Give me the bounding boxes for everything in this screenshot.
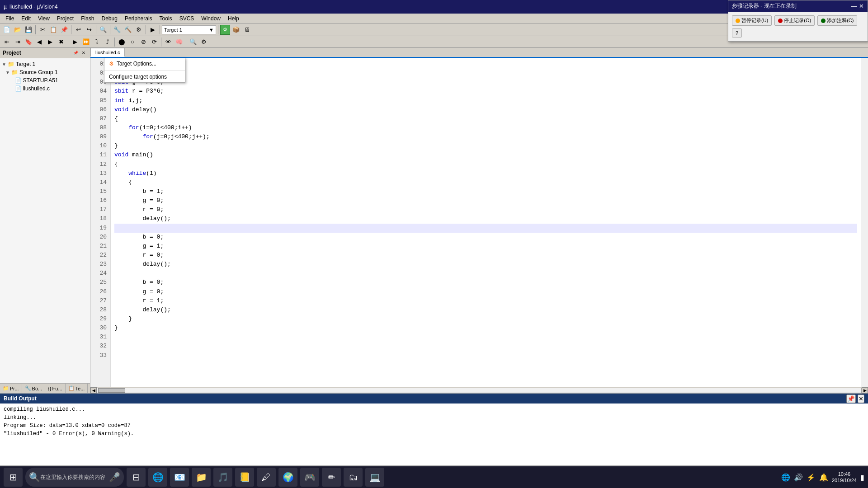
prev-bookmark-btn[interactable]: ◀ [34, 37, 44, 47]
app-ie[interactable]: 🌐 [148, 468, 167, 487]
breakpoint-btn[interactable]: ⬤ [117, 37, 127, 47]
compile-btn[interactable]: 🔧 [112, 25, 122, 35]
network-tray-icon[interactable]: 🌐 [781, 473, 790, 482]
app-browser2[interactable]: 🌍 [278, 468, 297, 487]
unindent-btn[interactable]: ⇥ [13, 37, 23, 47]
help-btn[interactable]: ? [732, 28, 742, 38]
clear-bookmark-btn[interactable]: ✖ [56, 37, 66, 47]
menu-project[interactable]: Project [53, 14, 77, 23]
recording-close-btn[interactable]: ✕ [859, 3, 864, 9]
clear-bp-btn[interactable]: ⊘ [138, 37, 148, 47]
target1-label: Target 1 [16, 61, 35, 67]
toolbar-sep-2 [71, 25, 71, 34]
project-panel-close-btn[interactable]: ✕ [80, 49, 87, 56]
tree-item-liushuiledc[interactable]: 📄 liushuiled.c [2, 84, 88, 93]
app-terminal[interactable]: 💻 [365, 468, 384, 487]
step-out-btn[interactable]: ⤴ [103, 37, 113, 47]
search-button[interactable]: 🔍 在这里输入你要搜索的内容 🎤 [25, 468, 124, 487]
build-btn[interactable]: 🔨 [123, 25, 133, 35]
menu-window[interactable]: Window [198, 14, 224, 23]
disable-bp-btn[interactable]: ○ [127, 37, 137, 47]
recording-minimize-btn[interactable]: — [851, 3, 857, 9]
menu-svcs[interactable]: SVCS [176, 14, 198, 23]
project-tab-icon: 📁 [3, 385, 9, 391]
copy-btn[interactable]: 📋 [48, 25, 58, 35]
sound-tray-icon[interactable]: 🔊 [794, 473, 803, 482]
run-btn[interactable]: ▶ [70, 37, 80, 47]
redo-btn[interactable]: ↪ [84, 25, 94, 35]
memory-btn[interactable]: 🧠 [174, 37, 184, 47]
new-file-btn[interactable]: 📄 [2, 25, 12, 35]
editor-tab-liushuiledc[interactable]: liushuiled.c [90, 48, 125, 57]
paste-btn[interactable]: 📌 [59, 25, 69, 35]
editor-scrollbar[interactable] [861, 58, 868, 387]
menu-peripherals[interactable]: Peripherals [121, 14, 156, 23]
notification-tray-icon[interactable]: 🔔 [819, 473, 828, 482]
menu-edit[interactable]: Edit [18, 14, 34, 23]
app-files[interactable]: 📁 [192, 468, 211, 487]
step-btn[interactable]: ⏩ [81, 37, 91, 47]
find-btn[interactable]: 🔍 [98, 25, 108, 35]
menu-debug[interactable]: Debug [98, 14, 121, 23]
show-next-btn[interactable]: ⟳ [149, 37, 159, 47]
tree-item-target1[interactable]: ▼ 📁 Target 1 [2, 60, 88, 68]
func-tab-label: Fu... [52, 386, 62, 391]
target-options-btn[interactable]: ⚙ [220, 25, 230, 35]
app-onenote[interactable]: 📒 [235, 468, 254, 487]
app-mail[interactable]: 📧 [170, 468, 189, 487]
menu-help[interactable]: Help [224, 14, 243, 23]
add-note-btn[interactable]: 添加注释(C) [817, 15, 857, 26]
rebuild-btn[interactable]: ⚙ [134, 25, 144, 35]
save-btn[interactable]: 💾 [24, 25, 33, 35]
app-sticky[interactable]: 🖊 [257, 468, 276, 487]
panel-tab-functions[interactable]: {} Fu... [45, 384, 65, 393]
debug-btn[interactable]: ▶ [148, 25, 158, 35]
panel-tab-project[interactable]: 📁 Pr... [0, 384, 22, 393]
next-bookmark-btn[interactable]: ▶ [45, 37, 55, 47]
undo-btn[interactable]: ↩ [73, 25, 83, 35]
project-panel-pin-btn[interactable]: 📌 [72, 49, 79, 56]
battery-tray-icon[interactable]: ⚡ [807, 473, 816, 482]
step-over-btn[interactable]: ⤵ [92, 37, 102, 47]
panel-tab-books[interactable]: 🔧 Bo... [22, 384, 46, 393]
target-options-item[interactable]: ⚙ Target Options... [104, 58, 185, 69]
select-device-btn[interactable]: 🖥 [242, 25, 252, 35]
tree-item-sourcegroup1[interactable]: ▼ 📁 Source Group 1 [2, 68, 88, 76]
manage-components-btn[interactable]: 📦 [231, 25, 241, 35]
hscroll-left-btn[interactable]: ◀ [90, 387, 97, 394]
app-music[interactable]: 🎵 [213, 468, 232, 487]
zoom-in-btn[interactable]: 🔍 [188, 37, 198, 47]
hscroll-track[interactable] [97, 388, 862, 393]
tree-item-startup[interactable]: 📄 STARTUP.A51 [2, 76, 88, 84]
menu-tools[interactable]: Tools [156, 14, 176, 23]
cut-btn[interactable]: ✂ [38, 25, 47, 35]
menu-file[interactable]: File [2, 14, 18, 23]
app-game[interactable]: 🎮 [300, 468, 319, 487]
menu-flash[interactable]: Flash [77, 14, 98, 23]
app-explorer[interactable]: 🗂 [344, 468, 363, 487]
panel-tab-templates[interactable]: 📋 Te... [66, 384, 88, 393]
hscroll-thumb[interactable] [98, 388, 125, 393]
settings-btn[interactable]: ⚙ [199, 37, 209, 47]
task-view-btn[interactable]: ⊟ [127, 468, 146, 487]
pause-recording-btn[interactable]: 暂停记录(U) [732, 15, 772, 26]
menu-view[interactable]: View [34, 14, 53, 23]
build-panel-pin-btn[interactable]: 📌 [846, 394, 856, 403]
code-text[interactable]: #include <REGX51.H>sbit b = P3^4;sbit g … [111, 58, 861, 387]
indent-btn[interactable]: ⇤ [2, 37, 12, 47]
bookmark-toggle-btn[interactable]: 🔖 [24, 37, 33, 47]
hscroll-right-btn[interactable]: ▶ [862, 387, 868, 394]
build-panel-close-btn[interactable]: ✕ [858, 394, 864, 403]
open-file-btn[interactable]: 📂 [13, 25, 23, 35]
start-button[interactable]: ⊞ [4, 468, 23, 487]
clock[interactable]: 10:46 2019/10/24 [832, 471, 857, 484]
watch-btn[interactable]: 👁 [163, 37, 173, 47]
code-content[interactable]: 0102030405060708091011121314151617181920… [90, 58, 868, 387]
app-editor[interactable]: ✏ [322, 468, 341, 487]
stop-recording-btn[interactable]: 停止记录(O) [774, 15, 815, 26]
sourcegroup1-label: Source Group 1 [19, 69, 58, 75]
code-editor: liushuiled.c ⚙ Target Options... Configu… [90, 48, 868, 393]
app-icon: µ [4, 4, 7, 10]
show-desktop-btn[interactable]: ▮ [860, 473, 864, 482]
target-dropdown-btn[interactable]: Target 1 ▼ [162, 25, 216, 34]
